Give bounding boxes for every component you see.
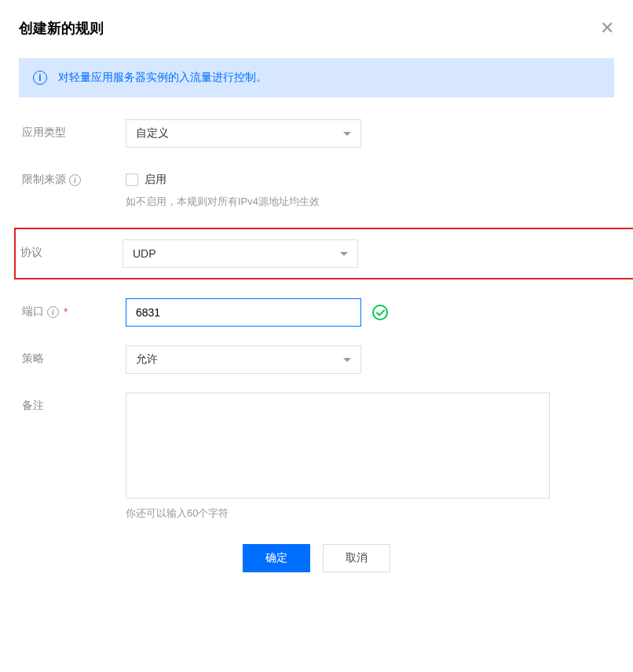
modal-footer: 确定 取消 bbox=[19, 544, 614, 572]
policy-row: 策略 允许 bbox=[19, 345, 614, 374]
help-icon[interactable]: i bbox=[69, 174, 81, 186]
close-icon[interactable]: ✕ bbox=[600, 20, 614, 37]
app-type-select[interactable]: 自定义 bbox=[126, 119, 361, 148]
enable-checkbox-row: 启用 bbox=[126, 166, 614, 187]
app-type-row: 应用类型 自定义 bbox=[19, 119, 614, 148]
restrict-source-label: 限制来源 i bbox=[22, 166, 126, 187]
restrict-source-row: 限制来源 i 启用 如不启用，本规则对所有IPv4源地址均生效 bbox=[19, 166, 614, 209]
enable-checkbox[interactable] bbox=[126, 173, 138, 186]
app-type-value: 自定义 bbox=[136, 126, 169, 141]
info-banner-text: 对轻量应用服务器实例的入流量进行控制。 bbox=[58, 71, 267, 85]
chevron-down-icon bbox=[343, 132, 351, 136]
remarks-hint: 你还可以输入60个字符 bbox=[126, 506, 614, 520]
modal-header: 创建新的规则 ✕ bbox=[19, 19, 614, 38]
required-asterisk: * bbox=[64, 305, 68, 318]
protocol-value: UDP bbox=[133, 247, 156, 260]
cancel-button[interactable]: 取消 bbox=[323, 544, 390, 572]
protocol-select[interactable]: UDP bbox=[123, 239, 358, 268]
confirm-button[interactable]: 确定 bbox=[243, 544, 310, 572]
policy-select[interactable]: 允许 bbox=[126, 345, 361, 374]
port-label-text: 端口 bbox=[22, 305, 44, 319]
check-circle-icon bbox=[372, 305, 388, 320]
protocol-label: 协议 bbox=[20, 239, 123, 260]
info-banner: i 对轻量应用服务器实例的入流量进行控制。 bbox=[19, 58, 614, 97]
help-icon[interactable]: i bbox=[47, 306, 59, 318]
remarks-textarea[interactable] bbox=[126, 393, 550, 499]
info-icon: i bbox=[33, 71, 47, 85]
remarks-row: 备注 你还可以输入60个字符 bbox=[19, 393, 614, 520]
enable-checkbox-label: 启用 bbox=[145, 173, 166, 187]
app-type-label: 应用类型 bbox=[22, 119, 126, 140]
protocol-row: 协议 UDP bbox=[19, 239, 613, 268]
remarks-label: 备注 bbox=[22, 393, 126, 413]
policy-value: 允许 bbox=[136, 352, 158, 367]
chevron-down-icon bbox=[343, 358, 351, 362]
port-label: 端口 i * bbox=[22, 298, 126, 319]
protocol-highlight: 协议 UDP bbox=[14, 228, 633, 279]
restrict-hint: 如不启用，本规则对所有IPv4源地址均生效 bbox=[126, 195, 614, 209]
create-rule-modal: 创建新的规则 ✕ i 对轻量应用服务器实例的入流量进行控制。 应用类型 自定义 … bbox=[0, 0, 633, 591]
modal-title: 创建新的规则 bbox=[19, 19, 104, 38]
restrict-source-label-text: 限制来源 bbox=[22, 173, 66, 187]
chevron-down-icon bbox=[340, 252, 348, 256]
port-row: 端口 i * bbox=[19, 298, 614, 327]
policy-label: 策略 bbox=[22, 345, 126, 366]
port-input[interactable] bbox=[126, 298, 361, 327]
